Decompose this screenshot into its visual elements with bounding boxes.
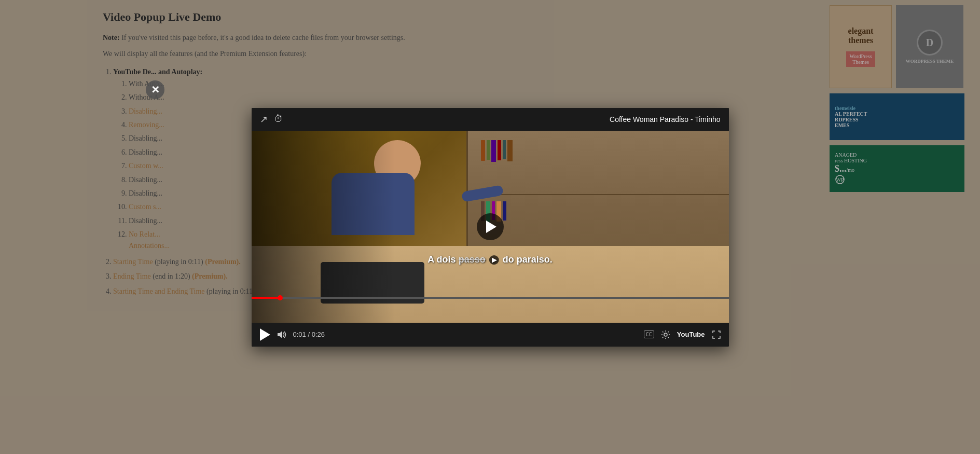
progress-bar-container[interactable] [252,297,729,299]
subtitles-button[interactable]: CC [644,331,654,338]
video-top-left: ↗ ⏱ [260,114,283,125]
video-frame[interactable]: A dois passo ▶ do paraiso. [252,131,729,323]
subtitle-strikethrough: passo [459,254,486,265]
left-overlay [252,131,395,323]
svg-point-3 [664,333,667,336]
video-popup: ↗ ⏱ Coffee Woman Paradiso - Timinho [252,108,729,347]
fullscreen-button[interactable] [710,331,723,339]
volume-button[interactable] [275,331,288,339]
video-scene: A dois passo ▶ do paraiso. [252,131,729,323]
settings-button[interactable] [659,330,672,339]
share-icon[interactable]: ↗ [260,114,268,125]
modal-overlay[interactable]: ✕ ↗ ⏱ Coffee Woman Paradiso - Timinho [0,0,980,454]
play-icon-inline: ▶ [489,255,499,265]
center-play-button[interactable] [477,213,504,240]
play-icon [260,328,270,341]
video-title: Coffee Woman Paradiso - Timinho [610,115,720,123]
subtitle-text: A dois passo ▶ do paraiso. [427,254,552,265]
total-time: 0:26 [312,331,325,338]
close-button[interactable]: ✕ [146,80,164,99]
youtube-logo-button[interactable]: YouTube [677,331,705,338]
time-display: 0:01 / 0:26 [293,331,325,338]
controls-right: CC YouTube [644,330,723,339]
play-triangle-icon [486,221,496,233]
progress-dot [278,295,283,300]
play-pause-button[interactable] [258,328,270,341]
video-controls-bar: 0:01 / 0:26 CC YouTube [252,323,729,347]
video-top-bar: ↗ ⏱ Coffee Woman Paradiso - Timinho [252,108,729,131]
close-icon: ✕ [151,84,160,96]
current-time: 0:01 [293,331,306,338]
time-separator: / [308,331,311,338]
svg-marker-2 [278,331,282,338]
clock-icon[interactable]: ⏱ [274,114,283,125]
progress-bar-fill [252,297,280,299]
